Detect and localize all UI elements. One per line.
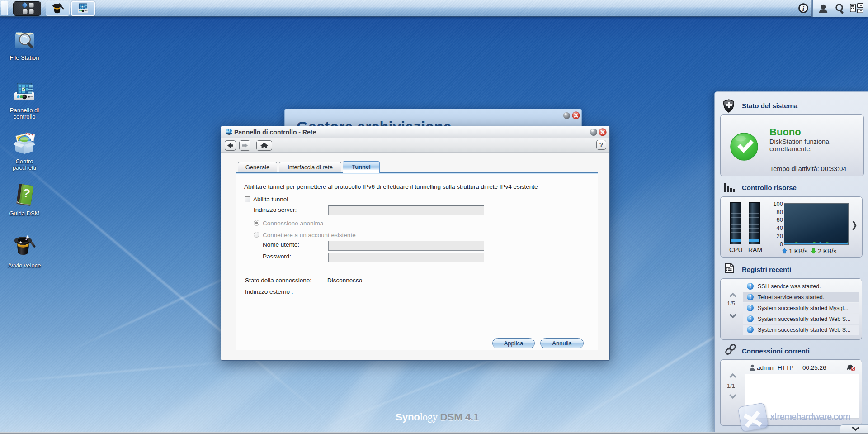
svg-text:i: i	[802, 5, 805, 12]
